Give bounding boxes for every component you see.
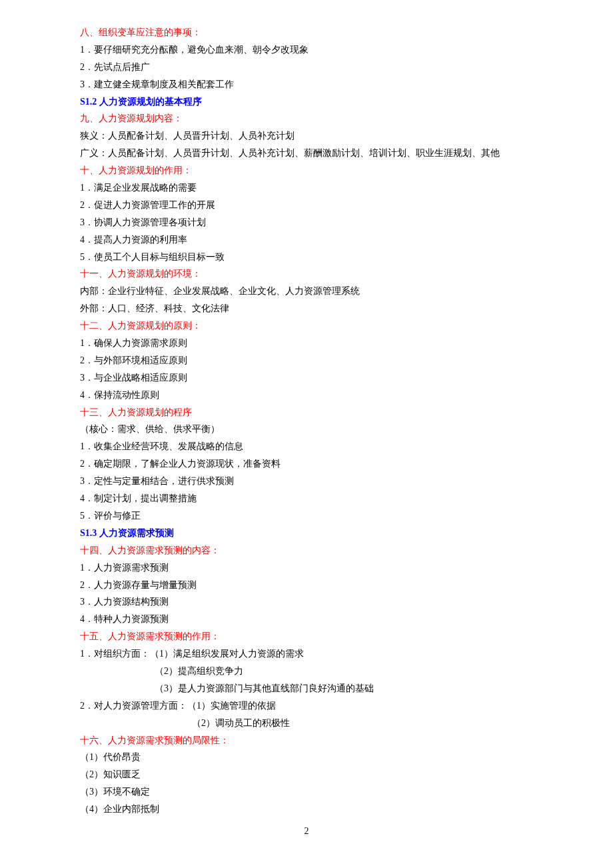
page-number: 2 xyxy=(0,823,613,840)
body-line: 4．特种人力资源预测 xyxy=(80,611,533,628)
body-line: 2．人力资源存量与增量预测 xyxy=(80,577,533,594)
body-line: 1．人力资源需求预测 xyxy=(80,559,533,577)
body-line-indented: （2）提高组织竞争力 xyxy=(80,663,533,680)
body-line: 3．协调人力资源管理各项计划 xyxy=(80,214,533,231)
body-line: 2．促进人力资源管理工作的开展 xyxy=(80,197,533,214)
body-line: 3．人力资源结构预测 xyxy=(80,593,533,611)
document-content: 八、组织变革应注意的事项： 1．要仔细研究充分酝酿，避免心血来潮、朝令夕改现象 … xyxy=(80,24,533,818)
body-line: 外部：人口、经济、科技、文化法律 xyxy=(80,300,533,317)
body-line: 5．评价与修正 xyxy=(80,507,533,525)
body-line: 1．要仔细研究充分酝酿，避免心血来潮、朝令夕改现象 xyxy=(80,41,533,59)
section-s1-3-title: S1.3 人力资源需求预测 xyxy=(80,525,533,542)
body-line: 4．制定计划，提出调整措施 xyxy=(80,490,533,507)
body-line-indented: （2）调动员工的积极性 xyxy=(80,715,533,732)
body-line: （核心：需求、供给、供求平衡） xyxy=(80,421,533,438)
section-14-heading: 十四、人力资源需求预测的内容： xyxy=(80,542,533,559)
body-line: 4．保持流动性原则 xyxy=(80,387,533,404)
section-11-heading: 十一、人力资源规划的环境： xyxy=(80,265,533,283)
body-line-indented: （3）是人力资源部门与其他直线部门良好沟通的基础 xyxy=(80,680,533,697)
body-line: 4．提高人力资源的利用率 xyxy=(80,231,533,249)
body-line: 2．对人力资源管理方面：（1）实施管理的依据 xyxy=(80,697,533,715)
body-line: 2．确定期限，了解企业人力资源现状，准备资料 xyxy=(80,455,533,473)
body-line: 5．使员工个人目标与组织目标一致 xyxy=(80,249,533,266)
body-line: 1．对组织方面：（1）满足组织发展对人力资源的需求 xyxy=(80,645,533,663)
body-line: （2）知识匮乏 xyxy=(80,766,533,783)
body-line: 广义：人员配备计划、人员晋升计划、人员补充计划、薪酬激励计划、培训计划、职业生涯… xyxy=(80,145,533,162)
section-10-heading: 十、人力资源规划的作用： xyxy=(80,162,533,179)
section-12-heading: 十二、人力资源规划的原则： xyxy=(80,317,533,335)
body-line: （1）代价昂贵 xyxy=(80,749,533,766)
body-line: （4）企业内部抵制 xyxy=(80,801,533,818)
section-s1-2-title: S1.2 人力资源规划的基本程序 xyxy=(80,93,533,111)
body-line: 3．与企业战略相适应原则 xyxy=(80,369,533,387)
section-15-heading: 十五、人力资源需求预测的作用： xyxy=(80,628,533,645)
section-8-heading: 八、组织变革应注意的事项： xyxy=(80,24,533,41)
body-line: （3）环境不确定 xyxy=(80,783,533,801)
body-line: 1．收集企业经营环境、发展战略的信息 xyxy=(80,438,533,455)
body-line: 3．定性与定量相结合，进行供求预测 xyxy=(80,473,533,490)
section-9-heading: 九、人力资源规划内容： xyxy=(80,110,533,127)
body-line: 内部：企业行业特征、企业发展战略、企业文化、人力资源管理系统 xyxy=(80,283,533,300)
body-line: 2．与外部环境相适应原则 xyxy=(80,352,533,369)
body-line: 1．确保人力资源需求原则 xyxy=(80,335,533,352)
section-13-heading: 十三、人力资源规划的程序 xyxy=(80,404,533,421)
body-line: 2．先试点后推广 xyxy=(80,59,533,76)
section-16-heading: 十六、人力资源需求预测的局限性： xyxy=(80,732,533,749)
body-line: 3．建立健全规章制度及相关配套工作 xyxy=(80,76,533,93)
body-line: 狭义：人员配备计划、人员晋升计划、人员补充计划 xyxy=(80,127,533,145)
body-line: 1．满足企业发展战略的需要 xyxy=(80,179,533,197)
